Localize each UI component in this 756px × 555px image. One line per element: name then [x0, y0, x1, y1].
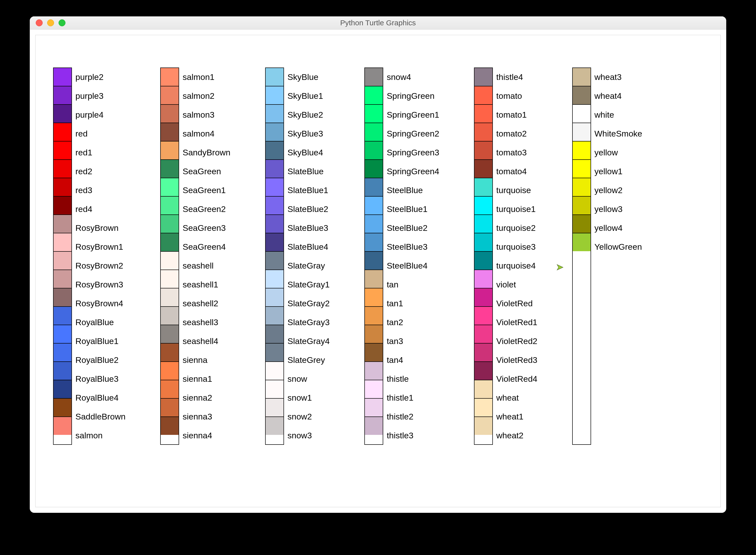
color-swatch — [161, 141, 179, 159]
color-label: red2 — [73, 162, 126, 181]
color-label: SlateGray3 — [285, 313, 330, 332]
color-label: SteelBlue — [384, 181, 439, 200]
color-swatch — [54, 252, 72, 269]
color-label: SpringGreen1 — [384, 105, 439, 124]
color-swatch — [54, 123, 72, 141]
swatch-column — [364, 68, 383, 445]
color-swatch — [365, 123, 383, 141]
color-label: SkyBlue2 — [285, 105, 330, 124]
color-swatch — [365, 160, 383, 178]
color-swatch — [54, 362, 72, 380]
color-swatch — [266, 325, 283, 343]
color-swatch — [474, 252, 492, 269]
color-label: SteelBlue1 — [384, 200, 439, 218]
color-label: tomato — [494, 86, 537, 105]
color-swatch — [474, 233, 492, 251]
color-swatch — [54, 141, 72, 159]
color-label: SlateGray4 — [285, 332, 330, 350]
color-label: SlateBlue2 — [285, 200, 330, 218]
color-swatch — [474, 362, 492, 380]
color-label: SlateBlue — [285, 162, 330, 181]
color-swatch — [573, 86, 590, 104]
color-swatch — [161, 160, 179, 178]
color-swatch — [54, 233, 72, 251]
color-swatch — [266, 141, 283, 159]
color-swatch — [474, 270, 492, 288]
color-swatch — [266, 68, 283, 86]
color-swatch — [266, 270, 283, 288]
color-label: snow3 — [285, 426, 330, 445]
minimize-button[interactable] — [47, 19, 54, 26]
color-label: seashell3 — [180, 313, 230, 332]
color-swatch — [365, 68, 383, 86]
zoom-button[interactable] — [58, 19, 65, 26]
color-swatch — [161, 178, 179, 196]
color-swatch — [161, 362, 179, 380]
color-label: salmon — [73, 426, 126, 445]
color-label: SkyBlue — [285, 68, 330, 86]
color-label: SkyBlue3 — [285, 124, 330, 143]
color-swatch — [474, 399, 492, 417]
color-swatch — [266, 417, 283, 435]
color-label: SpringGreen2 — [384, 124, 439, 143]
color-swatch — [161, 289, 179, 306]
color-label: seashell1 — [180, 275, 230, 294]
color-label: sienna1 — [180, 369, 230, 388]
close-button[interactable] — [36, 19, 43, 26]
color-label: SkyBlue1 — [285, 86, 330, 105]
color-label: RosyBrown1 — [73, 237, 126, 256]
color-swatch — [161, 417, 179, 435]
label-column: SkyBlueSkyBlue1SkyBlue2SkyBlue3SkyBlue4S… — [285, 68, 330, 445]
color-label: tomato3 — [494, 143, 537, 162]
color-grid: purple2purple3purple4redred1red2red3red4… — [53, 68, 642, 445]
color-swatch — [161, 325, 179, 343]
swatch-column — [474, 68, 493, 445]
color-label: SpringGreen4 — [384, 162, 439, 181]
color-swatch — [573, 178, 590, 196]
color-label: tan3 — [384, 332, 439, 350]
color-swatch — [573, 123, 590, 141]
color-label: SlateGray — [285, 256, 330, 275]
color-swatch — [474, 86, 492, 104]
color-swatch — [474, 215, 492, 233]
color-swatch — [161, 380, 179, 398]
color-label: tomato4 — [494, 162, 537, 181]
color-swatch — [54, 215, 72, 233]
color-label: sienna3 — [180, 407, 230, 426]
color-label: red — [73, 124, 126, 143]
color-label: tomato1 — [494, 105, 537, 124]
color-label: wheat1 — [494, 407, 537, 426]
color-swatch — [474, 344, 492, 361]
color-swatch — [365, 362, 383, 380]
color-swatch — [365, 105, 383, 123]
color-swatch — [161, 123, 179, 141]
label-column: wheat3wheat4whiteWhiteSmokeyellowyellow1… — [592, 68, 643, 445]
desktop: Python Turtle Graphics purple2purple3pur… — [0, 0, 756, 555]
color-label: tan2 — [384, 313, 439, 332]
svg-marker-0 — [557, 265, 563, 270]
color-label: VioletRed — [494, 294, 537, 313]
window-title: Python Turtle Graphics — [30, 18, 726, 27]
color-label: thistle4 — [494, 68, 537, 86]
color-label: SlateBlue4 — [285, 237, 330, 256]
color-label: yellow4 — [592, 218, 643, 237]
color-label: turquoise3 — [494, 237, 537, 256]
color-swatch — [266, 215, 283, 233]
color-label: red1 — [73, 143, 126, 162]
color-swatch — [365, 252, 383, 269]
color-label: salmon1 — [180, 68, 230, 86]
color-swatch — [161, 197, 179, 214]
color-label: RosyBrown3 — [73, 275, 126, 294]
color-label: turquoise4 — [494, 256, 537, 275]
color-swatch — [266, 380, 283, 398]
color-label: YellowGreen — [592, 237, 643, 256]
color-label: RosyBrown — [73, 218, 126, 237]
swatch-column — [53, 68, 72, 445]
color-label: VioletRed4 — [494, 369, 537, 388]
color-swatch — [161, 105, 179, 123]
color-label: turquoise2 — [494, 218, 537, 237]
turtle-canvas: purple2purple3purple4redred1red2red3red4… — [35, 35, 721, 507]
color-swatch — [266, 86, 283, 104]
color-label: SeaGreen3 — [180, 218, 230, 237]
color-swatch — [365, 178, 383, 196]
